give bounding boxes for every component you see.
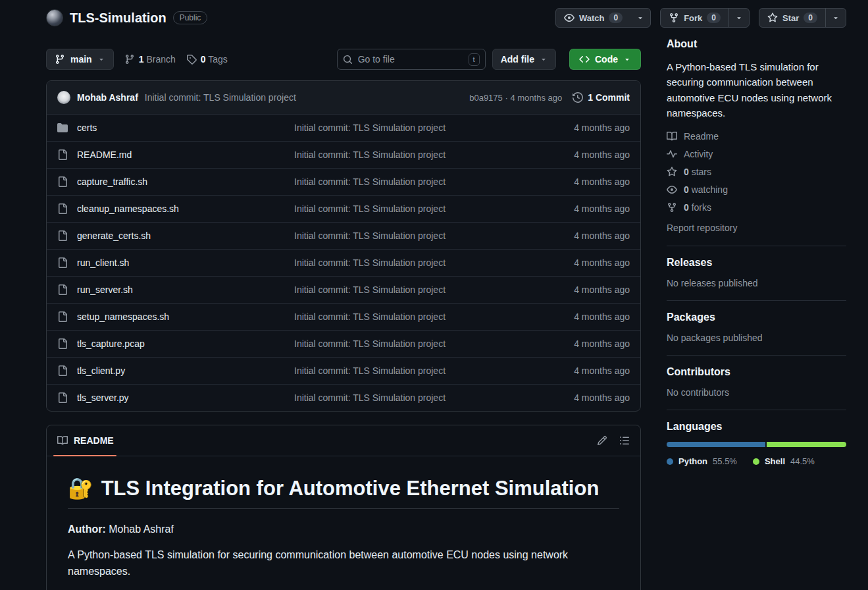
latest-commit-bar: Mohab Ashraf Initial commit: TLS Simulat… (47, 81, 640, 114)
language-legend-item[interactable]: Python 55.5% (667, 456, 737, 466)
file-name-link[interactable]: tls_capture.pcap (77, 338, 145, 349)
languages-heading: Languages (667, 421, 846, 433)
language-percent: 44.5% (790, 456, 815, 466)
tags-link[interactable]: 0 Tags (186, 54, 228, 65)
readme-description: A Python-based TLS simulation for securi… (68, 547, 619, 580)
branches-link[interactable]: 1 Branch (124, 54, 176, 65)
file-row[interactable]: tls_capture.pcap Initial commit: TLS Sim… (47, 330, 640, 357)
committer-avatar[interactable] (57, 91, 70, 104)
file-row[interactable]: tls_client.py Initial commit: TLS Simula… (47, 357, 640, 384)
star-dropdown-caret[interactable] (825, 9, 846, 27)
file-row[interactable]: README.md Initial commit: TLS Simulation… (47, 141, 640, 168)
file-row[interactable]: capture_traffic.sh Initial commit: TLS S… (47, 168, 640, 195)
file-commit-message-link[interactable]: Initial commit: TLS Simulation project (294, 392, 446, 403)
branch-selector-button[interactable]: main (46, 49, 114, 70)
watch-dropdown-caret[interactable] (630, 9, 650, 27)
file-row[interactable]: run_client.sh Initial commit: TLS Simula… (47, 249, 640, 276)
fork-label: Fork (684, 13, 702, 23)
watch-button-group: Watch 0 (555, 8, 651, 28)
code-button[interactable]: Code (569, 49, 641, 70)
file-commit-message-link[interactable]: Initial commit: TLS Simulation project (294, 338, 446, 349)
pulse-icon (667, 149, 677, 159)
owner-avatar[interactable] (46, 9, 63, 26)
chevron-down-icon (97, 55, 105, 63)
file-name-link[interactable]: generate_certs.sh (77, 230, 151, 241)
add-file-button[interactable]: Add file (492, 49, 556, 70)
packages-heading: Packages (667, 311, 846, 323)
releases-heading: Releases (667, 257, 846, 269)
file-row[interactable]: run_server.sh Initial commit: TLS Simula… (47, 276, 640, 303)
repo-title-link[interactable]: TLS-Simulation (70, 11, 166, 26)
file-name-link[interactable]: README.md (77, 149, 132, 160)
chevron-down-icon (832, 14, 840, 22)
packages-section: Packages No packages published (667, 301, 846, 356)
file-name-link[interactable]: cleanup_namespaces.sh (77, 203, 179, 214)
file-commit-time: 4 months ago (518, 257, 630, 268)
tab-readme[interactable]: README (47, 425, 126, 456)
file-commit-message-link[interactable]: Initial commit: TLS Simulation project (294, 122, 446, 133)
languages-bar (667, 442, 846, 447)
language-bar-segment (767, 442, 846, 447)
file-commit-message-link[interactable]: Initial commit: TLS Simulation project (294, 257, 446, 268)
file-commit-time: 4 months ago (518, 176, 630, 187)
file-commit-message-link[interactable]: Initial commit: TLS Simulation project (294, 230, 446, 241)
language-legend-item[interactable]: Shell 44.5% (753, 456, 815, 466)
about-activity-link[interactable]: Activity (667, 149, 846, 159)
lock-emoji: 🔐 (68, 476, 93, 500)
file-name-link[interactable]: certs (77, 122, 97, 133)
commit-message-link[interactable]: Initial commit: TLS Simulation project (145, 92, 296, 103)
commit-sha-link[interactable]: b0a9175 (469, 93, 503, 103)
git-branch-icon (124, 54, 135, 65)
file-row[interactable]: tls_server.py Initial commit: TLS Simula… (47, 384, 640, 411)
about-stars-link[interactable]: 0 stars (667, 167, 846, 177)
file-name-link[interactable]: tls_server.py (77, 392, 129, 403)
file-row[interactable]: certs Initial commit: TLS Simulation pro… (47, 114, 640, 141)
file-commit-message-link[interactable]: Initial commit: TLS Simulation project (294, 365, 446, 376)
search-shortcut-key: t (469, 53, 480, 66)
file-name-link[interactable]: setup_namespaces.sh (77, 311, 169, 322)
file-commit-time: 4 months ago (518, 392, 630, 403)
file-row[interactable]: generate_certs.sh Initial commit: TLS Si… (47, 222, 640, 249)
go-to-file-search[interactable]: t (337, 49, 486, 70)
outline-list-icon[interactable] (619, 435, 630, 446)
file-name-link[interactable]: run_client.sh (77, 257, 129, 268)
star-button-group: Star 0 (759, 8, 846, 28)
edit-pencil-icon[interactable] (597, 435, 607, 446)
about-watching-link[interactable]: 0 watching (667, 184, 846, 195)
packages-empty-text: No packages published (667, 333, 846, 343)
file-commit-message-link[interactable]: Initial commit: TLS Simulation project (294, 149, 446, 160)
file-commit-message-link[interactable]: Initial commit: TLS Simulation project (294, 284, 446, 295)
file-commit-time: 4 months ago (518, 203, 630, 214)
about-forks-link[interactable]: 0 forks (667, 202, 846, 213)
repo-header: TLS-Simulation Public Watch 0 Fork (0, 0, 868, 34)
file-commit-message-link[interactable]: Initial commit: TLS Simulation project (294, 176, 446, 187)
file-icon (57, 338, 68, 349)
file-row[interactable]: cleanup_namespaces.sh Initial commit: TL… (47, 195, 640, 222)
commit-history-link[interactable]: 1 Commit (573, 92, 630, 103)
readme-author-line: Author: Mohab Ashraf (68, 523, 619, 535)
file-row[interactable]: setup_namespaces.sh Initial commit: TLS … (47, 303, 640, 330)
file-name-link[interactable]: tls_client.py (77, 365, 125, 376)
about-heading: About (667, 38, 846, 50)
language-percent: 55.5% (713, 456, 737, 466)
star-button[interactable]: Star 0 (759, 9, 825, 27)
releases-section: Releases No releases published (667, 246, 846, 301)
file-commit-message-link[interactable]: Initial commit: TLS Simulation project (294, 203, 446, 214)
file-name-link[interactable]: capture_traffic.sh (77, 176, 147, 187)
file-commit-message-link[interactable]: Initial commit: TLS Simulation project (294, 311, 446, 322)
go-to-file-input[interactable] (358, 54, 463, 65)
chevron-down-icon (636, 14, 644, 22)
readme-content: 🔐 TLS Integration for Automotive Etherne… (47, 456, 640, 590)
watch-button[interactable]: Watch 0 (556, 9, 630, 27)
file-name-link[interactable]: run_server.sh (77, 284, 133, 295)
commit-author-link[interactable]: Mohab Ashraf (77, 92, 138, 103)
fork-dropdown-caret[interactable] (728, 9, 749, 27)
fork-button[interactable]: Fork 0 (661, 9, 728, 27)
file-commit-time: 4 months ago (518, 284, 630, 295)
about-readme-link[interactable]: Readme (667, 131, 846, 142)
report-repository-link[interactable]: Report repository (667, 223, 737, 233)
git-branch-icon (55, 54, 65, 65)
file-commit-time: 4 months ago (518, 122, 630, 133)
file-icon (57, 257, 68, 268)
file-icon (57, 284, 68, 295)
